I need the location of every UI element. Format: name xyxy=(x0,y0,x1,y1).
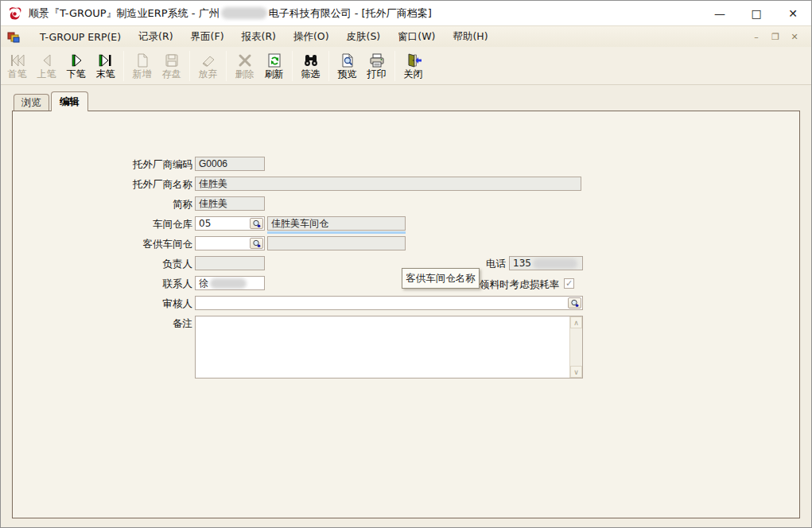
toolbar-separator xyxy=(292,51,293,81)
customer-workshop-warehouse-label: 客供车间仓 xyxy=(13,238,192,251)
redacted-contact xyxy=(210,278,247,289)
loss-rate-checkbox[interactable]: ✓ xyxy=(564,278,574,289)
loss-rate-label: 领料时考虑损耗率 xyxy=(480,278,559,292)
window-maximize-button[interactable]: □ xyxy=(738,1,775,25)
workshop-warehouse-lookup-button[interactable] xyxy=(250,218,263,229)
contact-field[interactable]: 徐 xyxy=(195,276,265,290)
previous-record-button[interactable]: 上笔 xyxy=(32,49,61,83)
auditor-lookup-button[interactable] xyxy=(568,297,581,309)
preview-button[interactable]: 预览 xyxy=(332,49,362,83)
last-record-icon xyxy=(97,52,115,68)
person-in-charge-field[interactable] xyxy=(195,256,265,270)
workshop-warehouse-label: 车间仓库 xyxy=(13,218,192,231)
menu-interface[interactable]: 界面(F) xyxy=(182,27,233,47)
menu-help[interactable]: 帮助(H) xyxy=(444,27,496,47)
scroll-up-button[interactable]: ∧ xyxy=(570,316,582,328)
toolbar-separator xyxy=(394,51,395,81)
toolbar-separator xyxy=(123,51,124,81)
window-minimize-button[interactable]: — xyxy=(701,1,738,25)
mdi-minimize-button[interactable]: – xyxy=(751,32,762,42)
preview-icon xyxy=(339,52,356,68)
new-document-icon xyxy=(134,52,151,68)
remarks-label: 备注 xyxy=(13,317,192,331)
toolbar-separator xyxy=(189,51,190,81)
abandon-eraser-icon xyxy=(200,52,217,68)
phone-field[interactable]: 135 xyxy=(509,256,583,270)
previous-record-icon xyxy=(38,52,56,68)
magnifier-lookup-icon xyxy=(570,299,580,308)
first-record-button[interactable]: 首笔 xyxy=(2,49,32,83)
last-record-button[interactable]: 末笔 xyxy=(91,49,120,83)
edit-form-panel: 托外厂商编码 托外厂商名称 简称 车间仓库 05 佳胜美车间仓 客供车间仓 xyxy=(12,111,800,518)
close-door-icon xyxy=(405,52,422,68)
next-record-icon xyxy=(68,52,85,68)
customer-workshop-warehouse-lookup-button[interactable] xyxy=(250,238,263,249)
focus-underline xyxy=(267,231,406,234)
vendor-name-label: 托外厂商名称 xyxy=(13,178,192,192)
auditor-field[interactable] xyxy=(195,296,583,310)
redacted-company-name xyxy=(221,7,267,19)
customer-warehouse-name-tooltip: 客供车间仓名称 xyxy=(402,268,480,289)
vendor-code-field[interactable] xyxy=(195,157,265,171)
title-bar: 顺景『T-GROUP』制造业ERP系统 - 广州电子科技有限公司 - [托外厂商… xyxy=(1,1,811,25)
menu-tgroup-erp[interactable]: T-GROUP ERP(E) xyxy=(31,28,130,46)
mdi-window-icon xyxy=(7,31,20,43)
window-title: 顺景『T-GROUP』制造业ERP系统 - 广州电子科技有限公司 - [托外厂商… xyxy=(29,6,432,21)
refresh-icon xyxy=(266,52,283,68)
window-close-button[interactable]: ✕ xyxy=(775,1,811,25)
menu-record[interactable]: 记录(R) xyxy=(130,27,181,47)
magnifier-lookup-icon xyxy=(252,219,262,228)
mdi-restore-button[interactable]: ❐ xyxy=(770,32,781,42)
save-disk-icon xyxy=(163,52,181,68)
remarks-textarea[interactable]: ∧ ∨ xyxy=(195,316,583,379)
customer-workshop-warehouse-code-field[interactable] xyxy=(195,236,265,250)
customer-workshop-warehouse-name-field[interactable] xyxy=(267,236,406,250)
scroll-down-button[interactable]: ∨ xyxy=(570,366,582,378)
tab-browse[interactable]: 浏览 xyxy=(14,94,49,111)
save-button[interactable]: 存盘 xyxy=(157,49,186,83)
next-record-button[interactable]: 下笔 xyxy=(61,49,91,83)
mdi-close-button[interactable]: ✕ xyxy=(789,32,800,42)
redacted-phone xyxy=(533,258,577,269)
filter-binoculars-icon xyxy=(302,52,320,68)
short-name-field[interactable] xyxy=(195,196,265,211)
workshop-warehouse-code-field[interactable]: 05 xyxy=(195,216,265,231)
close-form-button[interactable]: 关闭 xyxy=(398,49,428,83)
menu-operation[interactable]: 操作(O) xyxy=(285,27,338,47)
toolbar: 首笔 上笔 下笔 末笔 xyxy=(1,47,811,85)
delete-button[interactable]: 删除 xyxy=(230,49,259,83)
menu-bar: T-GROUP ERP(E) 记录(R) 界面(F) 报表(R) 操作(O) 皮… xyxy=(1,25,811,47)
person-in-charge-label: 负责人 xyxy=(13,258,192,271)
filter-button[interactable]: 筛选 xyxy=(296,49,325,83)
print-button[interactable]: 打印 xyxy=(362,49,391,83)
vendor-code-label: 托外厂商编码 xyxy=(13,158,192,172)
abandon-button[interactable]: 放弃 xyxy=(193,49,223,83)
tab-edit[interactable]: 编辑 xyxy=(51,91,88,111)
short-name-label: 简称 xyxy=(13,198,192,212)
remarks-scrollbar[interactable]: ∧ ∨ xyxy=(569,316,582,378)
app-logo-icon xyxy=(7,6,23,21)
magnifier-lookup-icon xyxy=(252,239,262,248)
delete-x-icon xyxy=(236,52,254,68)
refresh-button[interactable]: 刷新 xyxy=(259,49,289,83)
menu-report[interactable]: 报表(R) xyxy=(233,27,285,47)
print-icon xyxy=(368,52,386,68)
toolbar-separator xyxy=(226,51,227,81)
toolbar-separator xyxy=(328,51,329,81)
auditor-label: 审核人 xyxy=(13,297,192,311)
first-record-icon xyxy=(9,52,26,68)
vendor-name-field[interactable] xyxy=(195,177,581,191)
menu-window[interactable]: 窗口(W) xyxy=(389,27,444,47)
contact-label: 联系人 xyxy=(13,278,192,291)
app-window: 顺景『T-GROUP』制造业ERP系统 - 广州电子科技有限公司 - [托外厂商… xyxy=(0,0,812,528)
menu-skin[interactable]: 皮肤(S) xyxy=(338,27,390,47)
new-button[interactable]: 新增 xyxy=(127,49,157,83)
workshop-warehouse-name-field[interactable]: 佳胜美车间仓 xyxy=(267,216,406,231)
